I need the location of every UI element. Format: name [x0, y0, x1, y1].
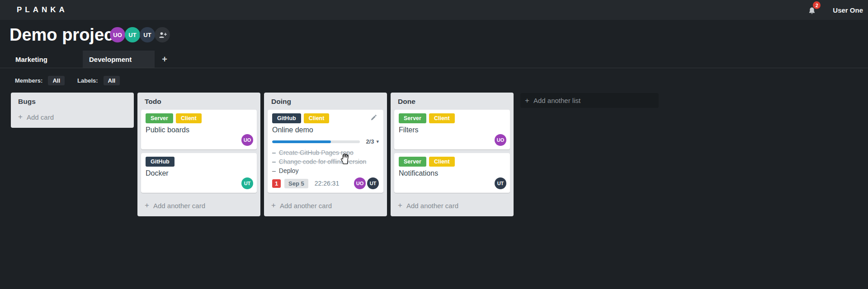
notifications-button[interactable]: 2 [807, 3, 819, 17]
label-client: Client [176, 113, 202, 123]
list-todo: TodoServerClientPublic boardsUOGitHubDoc… [137, 93, 260, 216]
list-name[interactable]: Doing [264, 93, 387, 108]
planka-app: PLANKA 2 User One Demo project UOUTUT Ma… [0, 0, 868, 289]
card-member-avatar-ut[interactable]: UT [241, 177, 253, 189]
due-date-badge[interactable]: Sep 5 [284, 179, 308, 188]
task-item: –Change code for offline version [272, 157, 379, 166]
tabs-divider [0, 68, 868, 68]
progress-toggle-icon[interactable]: ▾ [376, 139, 379, 144]
edit-card-button[interactable] [370, 114, 377, 123]
progress-bar-track [272, 140, 360, 143]
add-board-button[interactable]: + [155, 51, 175, 68]
add-card-button[interactable]: +Add card [11, 108, 134, 127]
add-member-button[interactable] [155, 27, 170, 42]
list-name[interactable]: Done [391, 93, 514, 108]
plus-icon: + [271, 201, 276, 210]
list-bugs: Bugs+Add card [11, 93, 134, 128]
card-labels: ServerClient [146, 113, 252, 123]
labels-filter-value[interactable]: All [104, 76, 120, 85]
tasks-progress: 2/3▾ [272, 138, 379, 145]
list-name[interactable]: Todo [137, 93, 260, 108]
task-text: Create GitHub Pages repo [279, 149, 354, 156]
topbar-right: 2 User One [807, 0, 863, 20]
card-title: Docker [146, 169, 252, 177]
label-server: Server [399, 157, 426, 167]
pencil-icon [370, 114, 377, 121]
card-member-avatar-uo[interactable]: UO [241, 134, 253, 146]
add-card-label: Add another card [406, 202, 458, 210]
add-another-list-label: Add another list [533, 97, 580, 104]
timer-badge[interactable]: 22:26:31 [315, 180, 340, 187]
plus-icon: + [398, 201, 402, 210]
card-labels: ServerClient [399, 113, 505, 123]
label-server: Server [146, 113, 173, 123]
card-member-avatar-uo[interactable]: UO [495, 134, 506, 146]
list-done: DoneServerClientFiltersUOServerClientNot… [391, 93, 514, 216]
label-github: GitHub [272, 113, 301, 123]
add-card-button[interactable]: +Add another card [391, 196, 514, 215]
card-title: Notifications [399, 169, 505, 177]
member-avatar-ut[interactable]: UT [125, 27, 140, 42]
list-doing: DoingGitHubClientOnline demo2/3▾–Create … [264, 93, 387, 216]
label-server: Server [399, 113, 426, 123]
task-dash: – [272, 158, 276, 165]
add-card-button[interactable]: +Add another card [137, 196, 260, 215]
tab-development[interactable]: Development [83, 51, 155, 68]
project-members: UOUTUT [110, 27, 170, 42]
card-notification-badge: 1 [272, 179, 281, 188]
card-labels: GitHub [146, 157, 252, 167]
task-item: –Create GitHub Pages repo [272, 148, 379, 157]
add-card-button[interactable]: +Add another card [264, 196, 387, 215]
filters-bar: Members: All Labels: All [15, 76, 120, 85]
card-member-avatar-ut[interactable]: UT [495, 177, 506, 189]
label-github: GitHub [146, 157, 175, 167]
members-filter-value[interactable]: All [48, 76, 65, 85]
members-filter-label: Members: [15, 77, 42, 84]
add-card-label: Add another card [153, 202, 205, 210]
label-client: Client [304, 113, 330, 123]
tab-marketing[interactable]: Marketing [11, 51, 83, 68]
member-avatar-uo[interactable]: UO [110, 27, 125, 42]
task-text: Change code for offline version [279, 158, 367, 165]
list-name[interactable]: Bugs [11, 93, 134, 108]
plus-icon: + [525, 96, 529, 105]
card-member-avatar-uo[interactable]: UO [354, 177, 366, 189]
user-menu[interactable]: User One [833, 6, 863, 14]
notifications-count-badge: 2 [813, 1, 821, 9]
plus-icon: + [145, 201, 149, 210]
task-dash: – [272, 149, 276, 156]
top-bar: PLANKA 2 User One [0, 0, 868, 20]
progress-bar-fill [272, 140, 331, 143]
member-avatar-ut[interactable]: UT [140, 27, 155, 42]
task-dash: – [272, 167, 276, 174]
plus-icon: + [18, 112, 23, 121]
add-member-icon [158, 31, 167, 39]
card-filters[interactable]: ServerClientFiltersUO [394, 110, 510, 149]
card-title: Online demo [272, 126, 379, 134]
card-notifications[interactable]: ServerClientNotificationsUT [394, 153, 510, 193]
card-title: Filters [399, 126, 505, 134]
add-card-label: Add card [27, 113, 54, 121]
card-labels: ServerClient [399, 157, 505, 167]
card-online-demo[interactable]: GitHubClientOnline demo2/3▾–Create GitHu… [268, 110, 383, 193]
labels-filter-label: Labels: [77, 77, 98, 84]
task-list: –Create GitHub Pages repo–Change code fo… [272, 148, 379, 175]
add-card-label: Add another card [280, 202, 332, 210]
card-title: Public boards [146, 126, 252, 134]
label-client: Client [429, 157, 455, 167]
board-tabs: MarketingDevelopment + [11, 51, 175, 68]
card-labels: GitHubClient [272, 113, 379, 123]
card-footer: 1Sep 522:26:31UOUT [272, 177, 379, 189]
project-title[interactable]: Demo project [9, 25, 119, 45]
task-text: Deploy [279, 167, 299, 174]
add-another-list-button[interactable]: + Add another list [520, 93, 659, 108]
progress-label: 2/3 [366, 138, 374, 145]
card-docker[interactable]: GitHubDockerUT [141, 153, 257, 193]
planka-logo[interactable]: PLANKA [17, 0, 68, 20]
label-client: Client [429, 113, 455, 123]
task-item: –Deploy [272, 166, 379, 175]
card-public-boards[interactable]: ServerClientPublic boardsUO [141, 110, 257, 149]
card-member-avatar-ut[interactable]: UT [367, 177, 379, 189]
